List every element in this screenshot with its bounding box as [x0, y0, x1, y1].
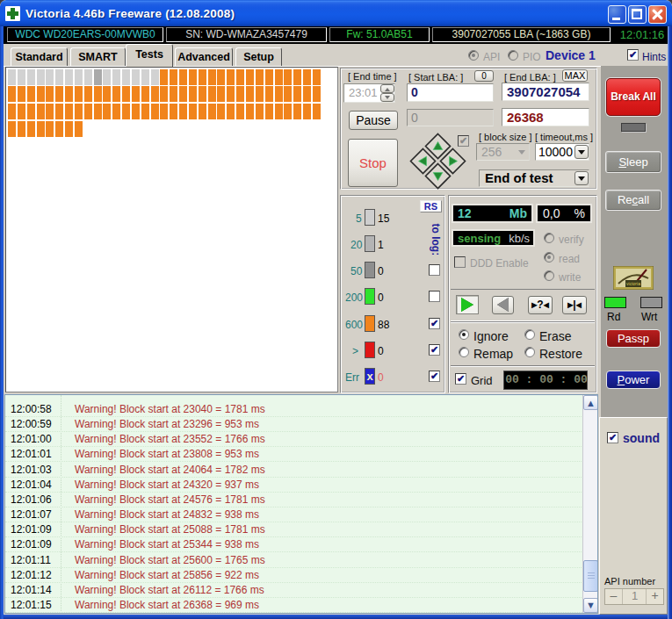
svg-text:victoria: victoria: [626, 281, 640, 286]
